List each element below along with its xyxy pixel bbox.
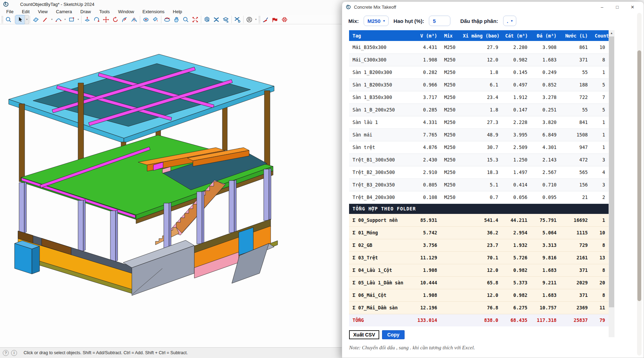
- red-marker-button[interactable]: [261, 15, 270, 24]
- window-title: CountObjectByTag* - SketchUp 2024: [12, 2, 94, 7]
- cell: 75.791: [531, 214, 560, 226]
- dialog-titlebar[interactable]: Concrete Mix Takeoff – □ ✕: [342, 2, 644, 12]
- followme-icon: [93, 16, 100, 23]
- cell: 0.251: [531, 103, 560, 116]
- cell: 76.8: [459, 301, 502, 314]
- cell: 2029: [560, 276, 591, 289]
- offset-icon: [121, 16, 128, 23]
- cell: 16692: [560, 214, 591, 226]
- paint-bucket-button[interactable]: [151, 15, 160, 24]
- pencil-icon: [42, 16, 49, 23]
- red-flag-button[interactable]: [270, 15, 280, 24]
- extension-export-button[interactable]: [233, 15, 242, 24]
- cell: 156: [560, 178, 591, 191]
- menu-item-draw[interactable]: Draw: [77, 9, 94, 15]
- close-button[interactable]: ✕: [625, 2, 640, 12]
- pushpull-tool-button[interactable]: [83, 15, 92, 24]
- cell: 4.876: [407, 141, 441, 153]
- cell: M250: [441, 166, 459, 178]
- model-structure-frame: [0, 25, 342, 347]
- cell: 1: [591, 66, 609, 78]
- table-scrollbar-thumb[interactable]: [609, 36, 614, 307]
- select-tool-dropdown[interactable]: ▾: [25, 15, 29, 24]
- menu-item-extensions[interactable]: Extensions: [139, 9, 168, 15]
- extension-search-icon: [204, 16, 210, 23]
- search-button[interactable]: [4, 15, 13, 24]
- menu-item-file[interactable]: File: [3, 9, 17, 15]
- extension-layers-button[interactable]: [221, 15, 230, 24]
- arc-tool-dropdown[interactable]: ▾: [63, 15, 67, 24]
- cell: 1: [591, 214, 609, 226]
- shape-tool-dropdown[interactable]: ▾: [76, 15, 80, 24]
- cell: Trệt_B1_300x500: [349, 153, 407, 166]
- cell: 5.742: [407, 226, 441, 239]
- menu-item-edit[interactable]: Edit: [18, 9, 33, 15]
- red-section-button[interactable]: [280, 15, 289, 24]
- extension-search-button[interactable]: [202, 15, 212, 24]
- menu-item-window[interactable]: Window: [115, 9, 137, 15]
- cell: M250: [441, 53, 459, 66]
- flip-tool-button[interactable]: [129, 15, 139, 24]
- pencil-tool-button[interactable]: [41, 15, 50, 24]
- copy-button[interactable]: Copy: [382, 330, 405, 339]
- toolbar-grip[interactable]: [1, 16, 3, 23]
- menu-item-tools[interactable]: Tools: [96, 9, 113, 15]
- shape-tool-button[interactable]: [67, 15, 76, 24]
- waste-input[interactable]: 5: [429, 16, 450, 26]
- zoom-tool-button[interactable]: [181, 15, 190, 24]
- account-dropdown[interactable]: ▾: [254, 15, 258, 24]
- dialog-scrollbar-thumb[interactable]: [637, 50, 641, 301]
- rotate-tool-button[interactable]: [111, 15, 120, 24]
- export-csv-button[interactable]: Xuất CSV: [349, 330, 379, 339]
- pushpull-icon: [84, 16, 91, 23]
- offset-tool-button[interactable]: [120, 15, 129, 24]
- move-tool-button[interactable]: [101, 15, 111, 24]
- menu-item-view[interactable]: View: [34, 9, 51, 15]
- cell: 841: [560, 116, 591, 128]
- help-icon[interactable]: ?: [3, 350, 9, 356]
- cell: TỔNG: [349, 314, 407, 326]
- cell: Mái_C300x300: [349, 53, 407, 66]
- eraser-tool-button[interactable]: [31, 15, 41, 24]
- menu-item-help[interactable]: Help: [169, 9, 186, 15]
- minimize-button[interactable]: –: [594, 2, 610, 12]
- cell: 1.908: [407, 264, 441, 276]
- info-icon[interactable]: i: [11, 350, 17, 356]
- chevron-down-icon: ▾: [511, 19, 513, 23]
- position-camera-icon: [143, 16, 149, 23]
- cell: Σ 04_Lầu 1_Cột: [349, 264, 407, 276]
- zoom-extents-button[interactable]: [190, 15, 200, 24]
- menu-item-camera[interactable]: Camera: [52, 9, 75, 15]
- cell: 371: [560, 289, 591, 301]
- cell: 0.982: [502, 53, 531, 66]
- select-tool-button[interactable]: [16, 15, 25, 24]
- arc-tool-button[interactable]: [54, 15, 63, 24]
- cell: 7.765: [407, 128, 441, 141]
- pencil-tool-dropdown[interactable]: ▾: [50, 15, 54, 24]
- pan-tool-button[interactable]: [172, 15, 181, 24]
- summary-row: Σ 00_Support nền85.931541.444.21175.7911…: [349, 214, 609, 226]
- position-camera-button[interactable]: [141, 15, 151, 24]
- mix-select[interactable]: M250 ▾: [364, 16, 389, 26]
- dialog-scrollbar[interactable]: [637, 13, 642, 356]
- toolbar-grip[interactable]: [259, 16, 260, 23]
- table-row: Sàn lầu 14.331M25027.32.2283.8208411: [349, 116, 609, 128]
- maximize-button[interactable]: □: [610, 2, 625, 12]
- dialog-title: Concrete Mix Takeoff: [354, 5, 396, 10]
- cell: 3.820: [531, 116, 560, 128]
- table-scrollbar[interactable]: ▲: [609, 30, 615, 337]
- account-button[interactable]: [245, 15, 254, 24]
- cell: 25837: [560, 314, 591, 326]
- followme-tool-button[interactable]: [92, 15, 101, 24]
- cell: 1.8: [459, 103, 502, 116]
- dialog-controls: Mix: M250 ▾ Hao hụt (%): 5 Dấu thập phân…: [342, 12, 644, 29]
- extension-swap-button[interactable]: [212, 15, 221, 24]
- scroll-up-icon[interactable]: ▲: [609, 30, 615, 36]
- cell: 1.683: [531, 289, 560, 301]
- cell: 117.318: [531, 314, 560, 326]
- cell: 10.757: [531, 301, 560, 314]
- column-header: Count: [591, 30, 609, 41]
- cell: [441, 276, 459, 289]
- decimal-select[interactable]: . ▾: [503, 16, 517, 26]
- orbit-tool-button[interactable]: [162, 15, 172, 24]
